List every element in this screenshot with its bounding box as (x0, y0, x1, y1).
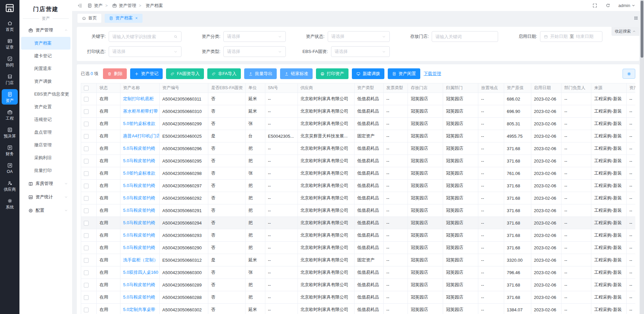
sidebar-item[interactable]: 采购利旧 (19, 151, 72, 164)
grid-icon[interactable] (633, 15, 639, 21)
store-text-input[interactable] (435, 34, 494, 39)
row-checkbox[interactable] (84, 122, 89, 126)
row-checkbox[interactable] (84, 246, 89, 250)
sidebar-group-asset-management[interactable]: 资产管理 (19, 23, 72, 37)
rail-item-supplier[interactable]: 供应商 (2, 178, 18, 193)
row-checkbox[interactable] (84, 208, 89, 213)
cell-name[interactable]: 5.0签约桌标准款 (120, 118, 160, 130)
row-checkbox[interactable] (84, 258, 89, 263)
fa-import-button[interactable]: FA固资导入 (166, 68, 204, 79)
column-settings-button[interactable] (623, 69, 635, 79)
store-input[interactable] (432, 31, 498, 42)
row-checkbox[interactable] (84, 283, 89, 288)
close-icon[interactable] (135, 16, 138, 20)
row-checkbox[interactable] (84, 109, 89, 114)
cell-name[interactable]: 5.0马鞍皮签约椅 (120, 291, 160, 304)
delete-button[interactable]: 删除 (103, 68, 127, 79)
scrollbar-thumb[interactable] (641, 1, 643, 58)
ebs-fa-select[interactable]: 请选择 (331, 46, 390, 57)
cell-name[interactable]: 惠普A4打印机(门店 (120, 130, 160, 142)
rail-item-home[interactable]: 首页 (2, 18, 18, 34)
row-checkbox[interactable] (84, 97, 89, 102)
asset-type-select[interactable]: 请选择 (223, 46, 286, 57)
batch-export-button[interactable]: 批量导出 (244, 68, 277, 79)
row-checkbox[interactable] (84, 171, 89, 176)
row-checkbox[interactable] (84, 196, 89, 201)
collapse-search-button[interactable]: 收起搜索 (611, 27, 639, 36)
rail-item-finance[interactable]: 财务 (2, 142, 18, 158)
enable-date-range-picker[interactable]: 开始日期 至 结束日期 (540, 31, 602, 42)
app-logo-icon[interactable] (5, 3, 15, 14)
cell-name[interactable]: 5.0马鞍皮签约椅 (120, 180, 160, 192)
sidebar-item[interactable]: 违规登记 (19, 113, 72, 126)
select-all-checkbox[interactable] (84, 86, 89, 90)
cell-name[interactable]: 5.0马鞍皮签约椅 (120, 229, 160, 242)
cell-name[interactable]: 5.0马鞍皮签约椅 (120, 192, 160, 204)
row-checkbox[interactable] (84, 295, 89, 300)
rail-item-store[interactable]: 门店 (2, 71, 18, 87)
sidebar-item[interactable]: 盘点管理 (19, 126, 72, 139)
row-checkbox[interactable] (84, 159, 89, 164)
cell-name[interactable]: 洗手盆柜（定制） (120, 254, 160, 266)
rail-item-badge[interactable]: 证章 (2, 36, 18, 51)
rail-item-project[interactable]: 工程 (2, 107, 18, 122)
rail-item-oa[interactable]: OA (2, 160, 18, 176)
cell-name[interactable]: 5.0马鞍皮签约椅 (120, 217, 160, 229)
cell-name[interactable]: 5.0马鞍皮签约椅 (120, 155, 160, 167)
keyword-input[interactable] (109, 31, 181, 42)
breadcrumb-item[interactable]: 资产档案 (139, 3, 163, 9)
asset-status-select[interactable]: 请选择 (328, 31, 390, 42)
row-checkbox[interactable] (84, 308, 89, 312)
cell-name[interactable]: 5.0马鞍皮签约椅 (120, 204, 160, 217)
asset-idle-button[interactable]: 资产闲置 (388, 68, 420, 79)
non-fa-import-button[interactable]: 非FA导入 (207, 68, 241, 79)
breadcrumb-item[interactable]: 资产 (87, 3, 103, 9)
asset-category-select[interactable]: 请选择 (223, 31, 286, 42)
download-manager-link[interactable]: 下载管理 (424, 71, 441, 77)
cell-name[interactable]: 茶水柜吊柜带灯带 (120, 105, 160, 118)
row-checkbox[interactable] (84, 233, 89, 238)
sidebar-collapse-icon[interactable] (77, 3, 83, 8)
breadcrumb-item[interactable]: 资产管理 (105, 3, 136, 9)
sidebar-item[interactable]: 建卡登记 (19, 50, 72, 62)
cell-manager: -- (561, 229, 591, 242)
sidebar-group[interactable]: 库房管理 (19, 177, 72, 190)
row-checkbox[interactable] (84, 134, 89, 139)
row-checkbox[interactable] (84, 184, 89, 188)
sidebar-item[interactable]: EBS资产信息变更 (19, 88, 72, 101)
table-row: 在用5.0签约桌标准款A500423050660298否张--北京欧时利家具有限… (81, 167, 636, 180)
sidebar-item[interactable]: 批量打印 (19, 164, 72, 177)
rail-item-asset[interactable]: 资产 (2, 89, 18, 105)
rail-item-collab[interactable]: 协同 (2, 54, 18, 69)
sidebar-item[interactable]: 撤店管理 (19, 139, 72, 151)
rail-item-system[interactable]: 系统 (2, 196, 18, 211)
cell-name[interactable]: 5.0双排四人桌160 (120, 266, 160, 279)
tab-asset-archive[interactable]: 资产档案 (105, 14, 143, 23)
asset-register-button[interactable]: 资产登记 (130, 68, 163, 79)
sidebar-item[interactable]: 资产调拨 (19, 75, 72, 88)
tab-home[interactable]: 首页 (77, 14, 101, 23)
sidebar-item[interactable]: 闲置退库 (19, 62, 72, 75)
cell-name[interactable]: 定制打印机底柜 (120, 93, 160, 105)
sidebar-item[interactable]: 资产处置 (19, 101, 72, 113)
fullscreen-icon[interactable] (592, 3, 597, 8)
new-transfer-button[interactable]: 新建调拨 (352, 68, 384, 79)
print-asset-button[interactable]: 打印资产 (316, 68, 348, 79)
cell-name[interactable]: 5.0签约桌标准款 (120, 167, 160, 180)
refresh-icon[interactable] (605, 3, 610, 8)
lianjia-standard-button[interactable]: 链家标准 (280, 68, 313, 79)
sidebar-group[interactable]: 资产统计 (19, 190, 72, 204)
cell-name[interactable]: 5.0马鞍皮签约椅 (120, 142, 160, 155)
cell-name[interactable]: 5.0马鞍皮签约椅 (120, 279, 160, 291)
rail-item-budget[interactable]: 预决算 (2, 125, 18, 140)
user-menu[interactable]: admin (619, 3, 635, 8)
cell-name[interactable]: 5.0定制共享桌带 (120, 304, 160, 314)
row-checkbox[interactable] (84, 221, 89, 226)
sidebar-item[interactable]: 资产档案 (21, 37, 70, 50)
print-status-select[interactable]: 请选择 (109, 46, 181, 57)
cell-name[interactable]: 5.0马鞍皮签约椅 (120, 242, 160, 254)
row-checkbox[interactable] (84, 146, 89, 151)
row-checkbox[interactable] (84, 270, 89, 275)
sidebar-group[interactable]: 配置 (19, 204, 72, 217)
keyword-text-input[interactable] (112, 34, 171, 39)
